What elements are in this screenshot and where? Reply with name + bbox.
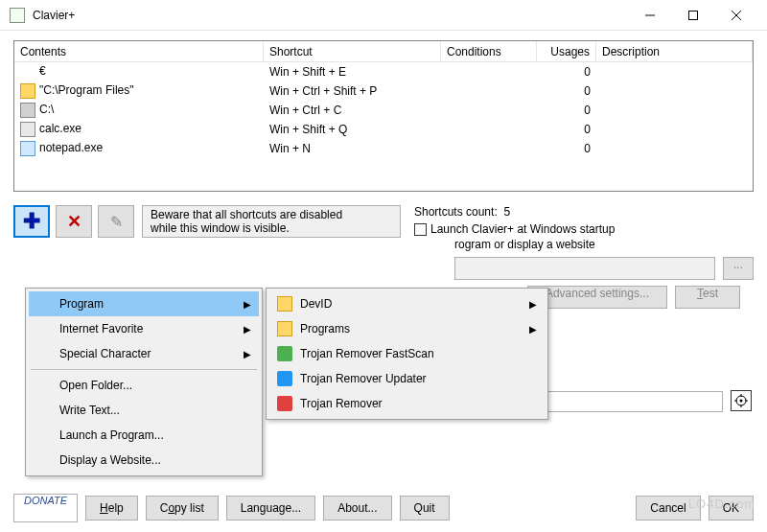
donate-button[interactable]: DONATE: [13, 494, 78, 522]
table-header: Contents Shortcut Conditions Usages Desc…: [14, 41, 753, 62]
target-picker-button[interactable]: [731, 390, 752, 411]
table-row[interactable]: € Win + Shift + E 0: [14, 62, 753, 81]
quit-button[interactable]: Quit: [400, 496, 450, 520]
plus-icon: ✚: [23, 209, 40, 234]
svg-rect-1: [688, 11, 697, 19]
shortcuts-count-label: Shortcuts count:: [414, 205, 498, 219]
cell-contents: notepad.exe: [39, 141, 103, 154]
menu-item-launch-program[interactable]: Launch a Program...: [29, 423, 259, 448]
test-button[interactable]: Test: [675, 286, 740, 309]
submenu-item-devid[interactable]: DevID ▶: [269, 291, 545, 316]
warning-line2: while this window is visible.: [151, 221, 392, 235]
calculator-icon: [20, 122, 35, 137]
cell-shortcut: Win + Shift + Q: [264, 122, 441, 137]
col-header-usages[interactable]: Usages: [537, 41, 596, 61]
menu-label: Program: [59, 297, 104, 311]
menu-label: Trojan Remover: [300, 397, 383, 410]
cell-usages: 0: [537, 122, 596, 137]
table-row[interactable]: calc.exe Win + Shift + Q 0: [14, 120, 753, 139]
startup-label: Launch Clavier+ at Windows startup: [430, 222, 615, 236]
menu-item-special-character[interactable]: Special Character ▶: [29, 341, 259, 366]
col-header-shortcut[interactable]: Shortcut: [264, 41, 441, 61]
shortcuts-table[interactable]: Contents Shortcut Conditions Usages Desc…: [13, 40, 754, 192]
warning-line1: Beware that all shortcuts are disabled: [151, 208, 392, 221]
cell-conditions: [441, 128, 537, 130]
help-button[interactable]: Help: [85, 496, 138, 520]
radio-launch-program[interactable]: rogram or display a website: [454, 238, 754, 251]
pencil-icon: ✎: [110, 213, 123, 231]
menu-label: Special Character: [59, 347, 151, 360]
cell-usages: 0: [537, 83, 596, 99]
menu-item-open-folder[interactable]: Open Folder...: [29, 373, 259, 398]
notepad-icon: [20, 141, 35, 156]
table-row[interactable]: C:\ Win + Ctrl + C 0: [14, 101, 753, 120]
titlebar: Clavier+: [0, 0, 767, 31]
chevron-right-icon: ▶: [244, 299, 251, 310]
delete-button[interactable]: ✕: [56, 205, 92, 238]
cell-conditions: [441, 109, 537, 111]
menu-item-write-text[interactable]: Write Text...: [29, 398, 259, 423]
shield-icon: [277, 396, 292, 411]
app-icon: [10, 8, 25, 23]
add-button[interactable]: ✚: [13, 205, 50, 238]
menu-item-internet-favorite[interactable]: Internet Favorite ▶: [29, 316, 259, 341]
browse-button[interactable]: ...: [723, 257, 754, 280]
test-label-rest: est: [703, 287, 718, 300]
cell-conditions: [441, 148, 537, 150]
table-row[interactable]: notepad.exe Win + N 0: [14, 139, 753, 158]
bottom-button-bar: DONATE Help Copy list Language... About.…: [0, 494, 767, 522]
cell-contents: €: [39, 64, 46, 78]
startup-checkbox[interactable]: [414, 223, 427, 236]
language-button[interactable]: Language...: [226, 496, 315, 520]
menu-label: Trojan Remover FastScan: [300, 347, 434, 360]
chevron-right-icon: ▶: [244, 324, 251, 335]
cell-shortcut: Win + Ctrl + C: [264, 103, 441, 118]
folder-icon: [20, 83, 35, 99]
add-menu: Program ▶ Internet Favorite ▶ Special Ch…: [25, 288, 263, 476]
table-row[interactable]: "C:\Program Files" Win + Ctrl + Shift + …: [14, 81, 753, 101]
menu-label: Display a Website...: [59, 453, 161, 467]
submenu-item-trojan-updater[interactable]: Trojan Remover Updater: [269, 366, 545, 391]
cell-usages: 0: [537, 103, 596, 118]
minimize-button[interactable]: [628, 1, 671, 30]
chevron-right-icon: ▶: [529, 299, 537, 310]
cell-contents: calc.exe: [39, 122, 81, 135]
table-body: € Win + Shift + E 0 "C:\Program Files" W…: [14, 62, 753, 158]
col-header-description[interactable]: Description: [596, 41, 753, 61]
chevron-right-icon: ▶: [244, 349, 251, 359]
submenu-item-trojan-fastscan[interactable]: Trojan Remover FastScan: [269, 341, 545, 366]
folder-icon: [277, 321, 292, 336]
cell-usages: 0: [537, 64, 596, 80]
cell-description: [596, 71, 753, 73]
ok-button[interactable]: OK: [709, 496, 754, 520]
cell-description: [596, 148, 753, 150]
window-controls: [628, 1, 757, 30]
shield-icon: [277, 346, 292, 361]
menu-label: Write Text...: [59, 404, 120, 417]
copy-list-button[interactable]: Copy list: [146, 496, 219, 520]
menu-item-program[interactable]: Program ▶: [29, 291, 259, 316]
cell-description: [596, 109, 753, 111]
menu-label: Open Folder...: [59, 379, 132, 392]
window-title: Clavier+: [33, 9, 628, 22]
cell-usages: 0: [537, 141, 596, 156]
cancel-button[interactable]: Cancel: [636, 496, 700, 520]
program-path-input[interactable]: [454, 257, 715, 280]
about-button[interactable]: About...: [323, 496, 391, 520]
col-header-contents[interactable]: Contents: [14, 41, 264, 61]
submenu-item-trojan-remover[interactable]: Trojan Remover: [269, 391, 545, 416]
cell-conditions: [441, 90, 537, 92]
menu-item-display-website[interactable]: Display a Website...: [29, 448, 259, 473]
col-header-conditions[interactable]: Conditions: [441, 41, 537, 61]
menu-label: Internet Favorite: [59, 322, 143, 335]
program-submenu: DevID ▶ Programs ▶ Trojan Remover FastSc…: [266, 288, 548, 420]
cell-shortcut: Win + N: [264, 141, 441, 156]
cell-shortcut: Win + Shift + E: [264, 64, 441, 80]
close-button[interactable]: [714, 1, 757, 30]
startup-checkbox-row: Launch Clavier+ at Windows startup: [414, 222, 615, 236]
submenu-item-programs[interactable]: Programs ▶: [269, 316, 545, 341]
edit-button[interactable]: ✎: [98, 205, 134, 238]
cell-description: [596, 128, 753, 130]
maximize-button[interactable]: [671, 1, 714, 30]
svg-point-5: [740, 400, 743, 403]
